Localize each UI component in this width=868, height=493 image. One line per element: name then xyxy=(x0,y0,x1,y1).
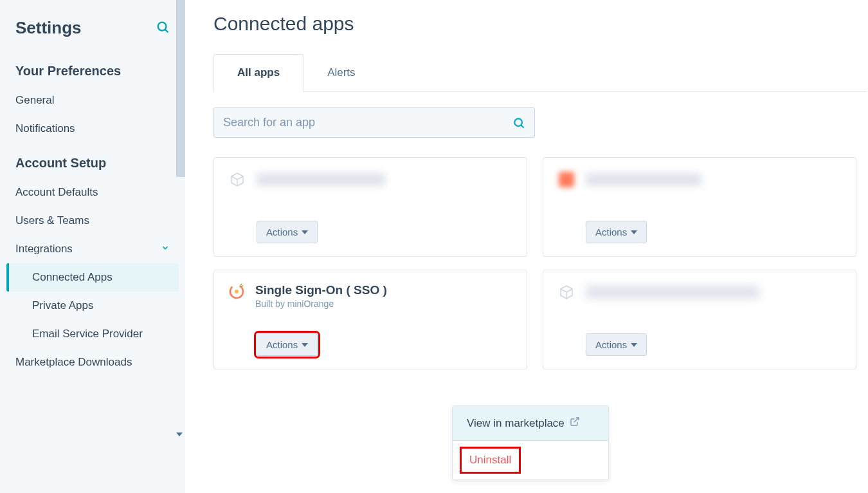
scroll-down-icon[interactable] xyxy=(176,429,184,436)
search-box[interactable] xyxy=(213,107,535,138)
svg-marker-9 xyxy=(302,343,308,347)
dropdown-uninstall[interactable]: Uninstall xyxy=(462,449,519,472)
app-card-blurred-1: Actions xyxy=(213,157,527,257)
chevron-down-icon xyxy=(161,243,170,256)
actions-button[interactable]: Actions xyxy=(586,333,647,356)
caret-down-icon xyxy=(302,229,308,236)
nav-marketplace-downloads[interactable]: Marketplace Downloads xyxy=(0,348,185,377)
app-subtitle-sso: Built by miniOrange xyxy=(255,299,512,309)
sidebar-scrollbar[interactable] xyxy=(176,0,185,177)
dropdown-view-marketplace[interactable]: View in marketplace xyxy=(453,406,608,440)
tab-alerts[interactable]: Alerts xyxy=(303,54,379,91)
miniorange-icon xyxy=(228,283,245,302)
nav-notifications[interactable]: Notifications xyxy=(0,115,185,143)
caret-down-icon xyxy=(631,342,637,348)
cube-icon xyxy=(228,171,246,189)
app-title-sso: Single Sign-On ( SSO ) xyxy=(255,283,512,297)
svg-point-0 xyxy=(158,22,167,30)
app-cards: Actions Actions xyxy=(213,157,868,369)
actions-button-sso[interactable]: Actions xyxy=(257,333,318,356)
app-icon-blurred xyxy=(557,171,575,189)
actions-button[interactable]: Actions xyxy=(257,221,318,243)
blurred-app-title xyxy=(586,286,759,299)
actions-label: Actions xyxy=(595,339,627,350)
actions-dropdown: View in marketplace Uninstall xyxy=(452,405,609,480)
sidebar-title: Settings xyxy=(15,18,82,38)
actions-button[interactable]: Actions xyxy=(586,221,647,243)
section-account-title: Account Setup xyxy=(0,143,185,178)
nav-connected-apps[interactable]: Connected Apps xyxy=(6,263,179,292)
search-icon xyxy=(512,116,525,129)
nav-general[interactable]: General xyxy=(0,86,185,115)
actions-label: Actions xyxy=(595,227,627,237)
cube-icon xyxy=(557,283,575,301)
search-icon[interactable] xyxy=(156,20,170,37)
app-card-sso: Single Sign-On ( SSO ) Built by miniOran… xyxy=(213,270,527,369)
nav-private-apps[interactable]: Private Apps xyxy=(6,292,179,320)
svg-point-3 xyxy=(514,118,522,126)
nav-users-teams[interactable]: Users & Teams xyxy=(0,207,185,235)
svg-point-8 xyxy=(235,290,239,293)
svg-marker-2 xyxy=(176,433,183,436)
svg-marker-6 xyxy=(631,230,637,234)
caret-down-icon xyxy=(302,342,308,348)
app-card-blurred-4: Actions xyxy=(543,270,856,369)
svg-line-1 xyxy=(165,29,168,32)
actions-label: Actions xyxy=(266,227,298,237)
tabs: All apps Alerts xyxy=(213,54,867,92)
sidebar-header: Settings xyxy=(0,18,185,51)
blurred-app-title xyxy=(257,173,385,186)
svg-line-4 xyxy=(521,125,523,127)
svg-marker-5 xyxy=(302,230,308,234)
search-input[interactable] xyxy=(223,116,512,129)
main-content: Connected apps All apps Alerts Actions xyxy=(185,0,868,493)
svg-marker-10 xyxy=(631,343,637,347)
svg-line-11 xyxy=(574,418,578,422)
tab-all-apps[interactable]: All apps xyxy=(213,54,303,92)
section-preferences-title: Your Preferences xyxy=(0,51,185,86)
nav-account-defaults[interactable]: Account Defaults xyxy=(0,178,185,207)
sidebar: Settings Your Preferences General Notifi… xyxy=(0,0,185,493)
app-card-blurred-2: Actions xyxy=(543,157,856,257)
nav-integrations[interactable]: Integrations xyxy=(0,235,185,263)
external-link-icon xyxy=(570,416,580,430)
blurred-app-title xyxy=(586,173,701,186)
dropdown-view-label: View in marketplace xyxy=(467,417,565,430)
nav-email-service-provider[interactable]: Email Service Provider xyxy=(6,320,179,348)
caret-down-icon xyxy=(631,229,637,236)
actions-label: Actions xyxy=(266,339,298,350)
nav-integrations-label: Integrations xyxy=(15,243,73,256)
page-title: Connected apps xyxy=(213,13,868,35)
